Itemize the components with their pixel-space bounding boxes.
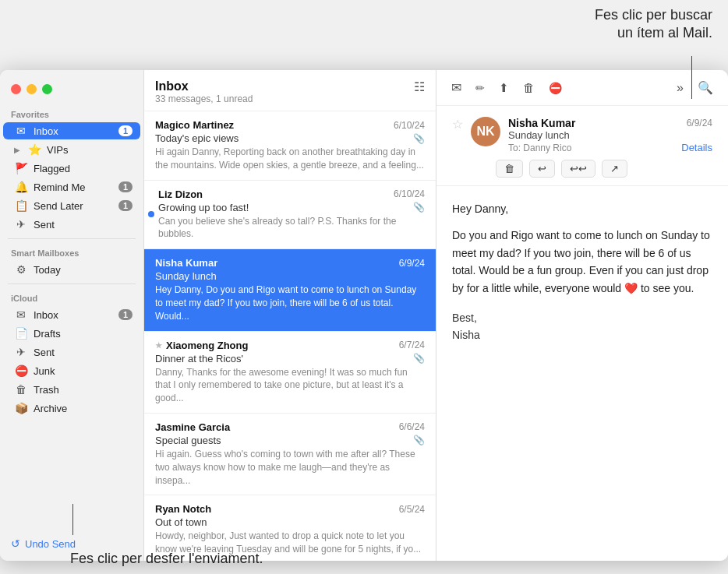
msg2-unread-dot [148,211,154,217]
sidebar-item-flagged-label: Flagged [34,163,133,174]
msg6-sender: Ryan Notch [155,503,211,515]
sidebar-item-vips[interactable]: ▶ ⭐ VIPs [3,141,140,158]
icloud-inbox-badge: 1 [118,309,133,320]
msg2-preview: Can you believe she's already so tall? P… [155,215,425,241]
flagged-icon: 🚩 [14,162,28,174]
detail-sig-name: Nisha [452,329,480,341]
icloud-inbox-icon: ✉ [14,308,28,321]
message-item-msg5[interactable]: Jasmine Garcia 6/6/24 Special guests 📎 H… [144,414,436,495]
inbox-subtitle: 33 messages, 1 unread [155,93,253,104]
detail-to: To: Danny Rico [508,143,571,153]
sidebar-item-today[interactable]: ⚙ Today [3,261,140,278]
traffic-lights [0,76,143,105]
msg1-attachment-icon: 📎 [413,133,425,144]
message-item-msg4[interactable]: ★ Xiaomeng Zhong 6/7/24 Dinner at the Ri… [144,332,436,414]
sidebar-item-inbox-label: Inbox [34,125,113,137]
new-message-icon[interactable]: ✉ [449,78,464,97]
sidebar-item-icloud-sent[interactable]: ✈ Sent [3,343,140,361]
icloud-archive-icon: 📦 [14,402,28,414]
archive-toolbar-icon[interactable]: ⬆ [497,79,511,97]
msg3-subject: Sunday lunch [155,270,217,282]
compose-icon[interactable]: ✏ [473,79,487,97]
sidebar-item-sent-favorites-label: Sent [34,219,133,231]
sidebar-item-sent-favorites[interactable]: ✈ Sent [3,216,140,233]
annotation-line-top [691,56,692,99]
sidebar-item-flagged[interactable]: 🚩 Flagged [3,160,140,177]
detail-trash-button[interactable]: 🗑 [496,160,523,178]
sidebar-item-icloud-drafts-label: Drafts [34,328,133,340]
msg1-preview: Hi again Danny, Reporting back on anothe… [155,146,425,172]
msg2-sender: Liz Dizon [158,188,203,200]
msg5-subject-row: Special guests 📎 [155,435,425,446]
annotation-bottom: Fes clic per desfer l'enviament. [70,550,263,568]
inbox-badge: 1 [118,125,133,136]
msg3-subject-row: Sunday lunch [155,270,425,282]
msg2-subject-row: Growing up too fast! 📎 [155,202,425,213]
filter-icon[interactable]: ☷ [414,79,425,94]
vips-expand-arrow: ▶ [14,146,20,154]
sender-avatar: NK [471,117,500,146]
msg3-preview: Hey Danny, Do you and Rigo want to come … [155,283,425,322]
msg4-star-icon: ★ [155,341,162,350]
msg3-sender: Nisha Kumar [155,257,217,269]
sidebar-item-remind-me-label: Remind Me [34,181,113,193]
sidebar-item-icloud-inbox-label: Inbox [34,309,113,321]
sidebar-item-send-later[interactable]: 📋 Send Later 1 [3,197,140,214]
detail-sender-name: Nisha Kumar [508,117,575,129]
undo-send-icon: ↺ [11,537,20,550]
detail-toolbar: ✉ ✏ ⬆ 🗑 ⛔ » 🔍 [436,70,728,106]
msg5-preview: Hi again. Guess who's coming to town wit… [155,448,425,487]
msg1-date: 6/10/24 [394,120,425,131]
message-item-msg1[interactable]: Magico Martinez 6/10/24 Today's epic vie… [144,111,436,181]
msg4-sender: ★ Xiaomeng Zhong [155,340,248,351]
detail-pane: ✉ ✏ ⬆ 🗑 ⛔ » 🔍 ☆ NK Nisha Kumar 6/9/24 Su… [436,70,728,561]
icloud-label: iCloud [0,289,143,305]
undo-send-button[interactable]: ↺ Undo Send [11,537,133,550]
sidebar-item-icloud-sent-label: Sent [34,347,133,358]
remind-me-icon: 🔔 [14,181,28,193]
sidebar-item-icloud-inbox[interactable]: ✉ Inbox 1 [3,306,140,323]
detail-forward-button[interactable]: ↗ [602,160,627,178]
detail-reply-button[interactable]: ↩ [529,160,555,178]
msg3-date: 6/9/24 [399,258,425,269]
msg2-attachment-icon: 📎 [413,202,425,213]
msg5-sender: Jasmine Garcia [155,421,230,433]
detail-star-icon[interactable]: ☆ [452,117,463,132]
send-later-badge: 1 [118,200,133,211]
message-item-msg2[interactable]: Liz Dizon 6/10/24 Growing up too fast! 📎… [144,181,436,250]
junk-toolbar-icon[interactable]: ⛔ [546,79,564,97]
detail-body: Hey Danny, Do you and Rigo want to come … [436,186,728,561]
sent-favorites-icon: ✈ [14,218,28,231]
favorites-label: Favorites [0,105,143,121]
sidebar-item-icloud-junk-label: Junk [34,365,133,377]
more-toolbar-icon[interactable]: » [674,79,686,97]
detail-reply-all-button[interactable]: ↩↩ [561,160,595,178]
inbox-icon: ✉ [14,125,28,137]
sidebar-item-icloud-trash[interactable]: 🗑 Trash [3,381,140,398]
message-item-msg3[interactable]: Nisha Kumar 6/9/24 Sunday lunch Hey Dann… [144,249,436,331]
fullscreen-button[interactable] [42,84,52,94]
sidebar-item-icloud-junk[interactable]: ⛔ Junk [3,362,140,379]
msg1-subject: Today's epic views [155,132,239,144]
sidebar-item-today-label: Today [34,264,133,276]
sidebar-item-icloud-drafts[interactable]: 📄 Drafts [3,325,140,342]
sidebar-item-icloud-archive[interactable]: 📦 Archive [3,400,140,417]
msg1-subject-row: Today's epic views 📎 [155,132,425,144]
delete-toolbar-icon[interactable]: 🗑 [521,79,537,97]
sidebar-item-inbox[interactable]: ✉ Inbox 1 [3,122,140,139]
icloud-sent-icon: ✈ [14,346,28,358]
icloud-drafts-icon: 📄 [14,327,28,340]
sidebar-item-vips-label: VIPs [47,144,133,156]
detail-details-link[interactable]: Details [681,142,712,153]
minimize-button[interactable] [27,84,37,94]
remind-me-badge: 1 [118,181,133,192]
sidebar-item-remind-me[interactable]: 🔔 Remind Me 1 [3,178,140,195]
close-button[interactable] [11,84,21,94]
search-toolbar-icon[interactable]: 🔍 [695,78,716,97]
detail-sign-off: Best, [452,312,477,324]
today-icon: ⚙ [14,263,28,276]
detail-body-text: Do you and Rigo want to come to lunch on… [452,227,712,297]
detail-greeting: Hey Danny, [452,200,712,217]
message-list: Inbox 33 messages, 1 unread ☷ Magico Mar… [144,70,436,561]
msg2-subject: Growing up too fast! [158,202,249,213]
